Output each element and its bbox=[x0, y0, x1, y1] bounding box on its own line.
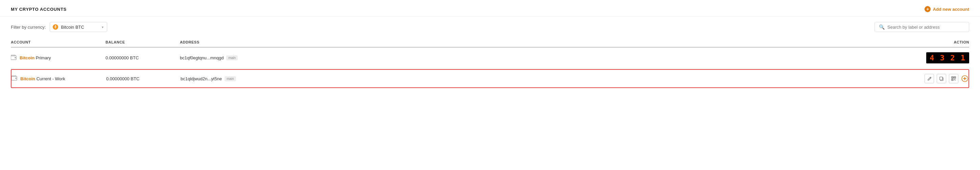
col-header-balance: BALANCE bbox=[105, 40, 180, 44]
address-tag-work: main bbox=[224, 76, 236, 81]
account-label-primary: Primary bbox=[36, 55, 51, 60]
search-box: 🔍 bbox=[875, 22, 969, 32]
account-name-work: Bitcoin Current - Work bbox=[20, 76, 65, 81]
account-name-primary: Bitcoin Primary bbox=[20, 55, 51, 60]
wallet-icon bbox=[11, 75, 18, 82]
edit-button[interactable] bbox=[924, 74, 934, 83]
currency-filter-select[interactable]: ₿ Bitcoin BTC ▾ bbox=[50, 22, 107, 32]
search-icon: 🔍 bbox=[879, 24, 885, 30]
bitcoin-icon: ₿ bbox=[53, 24, 58, 30]
add-account-button[interactable]: + Add new account bbox=[924, 6, 969, 12]
address-primary: bc1qf0egtqnu...mnqgd main bbox=[180, 55, 908, 60]
accounts-table: ACCOUNT BALANCE ADDRESS ACTION Bitcoin P… bbox=[0, 38, 980, 88]
page-header: MY CRYPTO ACCOUNTS + Add new account bbox=[0, 0, 980, 17]
page-title: MY CRYPTO ACCOUNTS bbox=[11, 7, 67, 12]
col-header-address: ADDRESS bbox=[180, 40, 908, 44]
col-header-action: ACTION bbox=[908, 40, 969, 44]
action-numbers-primary: 4 3 2 1 bbox=[926, 52, 969, 63]
col-header-account: ACCOUNT bbox=[11, 40, 105, 44]
address-tag-primary: main bbox=[226, 55, 238, 60]
address-value-primary: bc1qf0egtqnu...mnqgd bbox=[180, 55, 224, 60]
svg-rect-12 bbox=[955, 77, 955, 78]
svg-rect-17 bbox=[955, 80, 956, 81]
account-label-work: Current - Work bbox=[37, 76, 65, 81]
table-row: Bitcoin Primary 0.00000000 BTC bc1qf0egt… bbox=[11, 47, 969, 68]
account-brand-work: Bitcoin bbox=[20, 76, 35, 81]
svg-point-2 bbox=[14, 57, 16, 58]
address-value-work: bc1qldjwud2n...yt5ne bbox=[181, 76, 222, 81]
account-cell-primary: Bitcoin Primary bbox=[11, 55, 105, 61]
account-cell-work: Bitcoin Current - Work bbox=[11, 75, 106, 82]
balance-work: 0.00000000 BTC bbox=[106, 76, 181, 81]
filter-row: Filter by currency: ₿ Bitcoin BTC ▾ bbox=[11, 22, 107, 32]
toolbar: Filter by currency: ₿ Bitcoin BTC ▾ 🔍 bbox=[0, 17, 980, 38]
svg-point-5 bbox=[15, 77, 17, 79]
balance-primary: 0.00000000 BTC bbox=[105, 55, 180, 60]
wallet-icon bbox=[11, 55, 17, 61]
action-cell-primary: 4 3 2 1 bbox=[908, 52, 969, 63]
add-account-icon: + bbox=[924, 6, 931, 12]
table-row: Bitcoin Current - Work 0.00000000 BTC bc… bbox=[11, 69, 969, 88]
account-brand-primary: Bitcoin bbox=[20, 55, 35, 60]
search-input[interactable] bbox=[887, 25, 965, 30]
svg-rect-14 bbox=[954, 79, 955, 80]
add-button[interactable] bbox=[961, 75, 969, 82]
add-account-label: Add new account bbox=[933, 7, 969, 12]
filter-label: Filter by currency: bbox=[11, 25, 46, 30]
action-cell-work bbox=[908, 74, 969, 83]
chevron-down-icon: ▾ bbox=[102, 25, 103, 29]
svg-rect-15 bbox=[955, 79, 956, 80]
copy-button[interactable] bbox=[937, 74, 946, 83]
page-container: MY CRYPTO ACCOUNTS + Add new account Fil… bbox=[0, 0, 980, 170]
qr-button[interactable] bbox=[949, 74, 958, 83]
table-header: ACCOUNT BALANCE ADDRESS ACTION bbox=[11, 38, 969, 47]
svg-rect-13 bbox=[952, 80, 953, 80]
svg-rect-16 bbox=[954, 80, 955, 80]
address-work: bc1qldjwud2n...yt5ne main bbox=[181, 76, 908, 81]
svg-rect-11 bbox=[952, 77, 953, 78]
currency-value: Bitcoin BTC bbox=[61, 25, 99, 30]
svg-rect-7 bbox=[940, 77, 942, 80]
